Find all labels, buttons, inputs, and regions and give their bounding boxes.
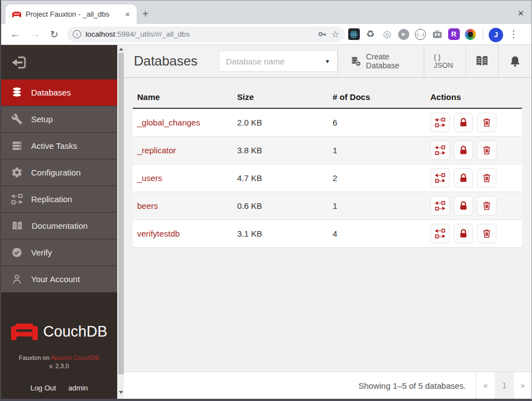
key-icon[interactable] (318, 29, 327, 39)
scroll-up-arrow[interactable] (118, 46, 124, 52)
replicate-database-button[interactable] (430, 224, 450, 243)
sidebar-footer: CouchDB Fauxton on Apache CouchDB v. 2.3… (1, 293, 117, 399)
replicate-database-button[interactable] (430, 168, 450, 188)
person-icon (11, 273, 23, 285)
set-permissions-button[interactable] (454, 168, 473, 188)
delete-database-button[interactable] (477, 168, 496, 188)
book-icon (11, 220, 23, 232)
database-name-input[interactable] (226, 57, 325, 66)
sidebar-item-verify[interactable]: Verify (1, 239, 117, 266)
sidebar-item-your-account[interactable]: Your Account (1, 266, 117, 293)
sidebar-item-databases[interactable]: Databases (1, 79, 117, 106)
database-link[interactable]: _users (137, 173, 162, 183)
book-icon (475, 54, 489, 68)
tab-title: Project Fauxton - _all_dbs (26, 10, 118, 18)
sidebar-item-setup[interactable]: Setup (1, 106, 117, 133)
toolbar-divider (483, 29, 483, 40)
chat-extension-icon[interactable]: ▶ (397, 28, 410, 41)
database-doc-count: 1 (328, 146, 426, 155)
vertical-scrollbar[interactable] (117, 45, 124, 399)
username-link[interactable]: admin (68, 384, 88, 392)
version-label: v. 2.3.0 (49, 363, 69, 369)
couch-icon (11, 323, 38, 341)
database-link[interactable]: _replicator (137, 146, 176, 155)
pagination-prev-button[interactable]: « (476, 372, 495, 399)
set-permissions-button[interactable] (454, 196, 473, 215)
main-header: Databases ▼ Create Database (124, 45, 531, 78)
database-name-combobox[interactable]: ▼ (219, 51, 338, 72)
reload-icon[interactable]: ↻ (46, 28, 63, 41)
sidebar-item-documentation[interactable]: Documentation (1, 213, 117, 239)
wrench-icon (11, 113, 23, 125)
active-tasks-icon (11, 140, 23, 152)
forward-icon[interactable]: → (26, 28, 44, 40)
delete-database-button[interactable] (477, 141, 496, 160)
scroll-down-arrow[interactable] (118, 389, 124, 395)
lock-icon (458, 117, 469, 128)
braces-extension-icon[interactable]: {…} (414, 28, 427, 41)
database-size: 0.6 KB (233, 201, 328, 210)
url-bar[interactable]: i localhost:5984/_utils/#/_all_dbs ☆ (67, 27, 345, 42)
back-icon[interactable]: ← (6, 28, 24, 40)
colorwheel-extension-icon[interactable] (464, 28, 477, 41)
r-extension-icon[interactable]: R (447, 28, 460, 41)
notifications-button[interactable] (498, 45, 531, 77)
replicate-database-button[interactable] (430, 141, 450, 160)
react-devtools-icon[interactable] (347, 28, 360, 41)
browser-tab[interactable]: Project Fauxton - _all_dbs × (6, 4, 137, 24)
scrollbar-thumb[interactable] (118, 53, 124, 374)
recycle-extension-icon[interactable]: ♻ (364, 28, 377, 41)
delete-database-button[interactable] (477, 196, 496, 215)
trash-icon (481, 173, 492, 183)
briefcase-extension-icon[interactable] (430, 28, 444, 41)
databases-icon (11, 87, 23, 98)
trash-icon (481, 228, 492, 239)
database-link[interactable]: beers (137, 201, 158, 210)
window-close-icon[interactable]: × (518, 8, 524, 19)
set-permissions-button[interactable] (454, 113, 473, 132)
couchdb-favicon (12, 11, 21, 18)
profile-avatar[interactable]: J (489, 28, 502, 41)
bookmark-star-icon[interactable]: ☆ (332, 29, 339, 39)
page-title: Databases (134, 53, 198, 69)
table-row: _replicator 3.8 KB 1 (133, 137, 522, 164)
site-info-icon[interactable]: i (73, 30, 81, 38)
column-header-size: Size (233, 86, 328, 108)
set-permissions-button[interactable] (454, 141, 473, 160)
sidebar-item-configuration[interactable]: Configuration (1, 159, 117, 186)
sidebar-item-replication[interactable]: Replication (1, 186, 117, 213)
chevron-down-icon[interactable]: ▼ (325, 58, 330, 64)
delete-database-button[interactable] (477, 113, 496, 132)
table-header-row: Name Size # of Docs Actions (133, 86, 522, 109)
databases-table: Name Size # of Docs Actions _global_chan… (124, 78, 531, 372)
bell-icon (509, 55, 521, 68)
browser-window: Project Fauxton - _all_dbs × + × ← → ↻ i… (0, 0, 532, 401)
database-link[interactable]: verifytestdb (137, 229, 180, 238)
apache-couchdb-link[interactable]: Apache CouchDB (51, 354, 99, 361)
database-doc-count: 2 (328, 173, 426, 183)
lock-icon (458, 173, 469, 183)
set-permissions-button[interactable] (454, 224, 473, 243)
replicate-database-button[interactable] (430, 113, 450, 132)
trash-icon (481, 145, 492, 156)
database-link[interactable]: _global_changes (137, 118, 200, 127)
pagination-next-button[interactable]: » (514, 372, 531, 399)
new-tab-button[interactable]: + (142, 8, 149, 21)
sidebar-item-active-tasks[interactable]: Active Tasks (1, 133, 117, 159)
orbit-extension-icon[interactable]: ◎ (380, 28, 394, 41)
replication-icon (435, 117, 445, 128)
json-button[interactable]: { } JSON (424, 45, 465, 77)
sidebar-collapse-button[interactable] (1, 45, 117, 79)
create-database-button[interactable]: Create Database (338, 45, 424, 77)
column-header-docs: # of Docs (328, 86, 426, 108)
pagination: « 1 » (476, 372, 531, 399)
documentation-button[interactable] (465, 45, 498, 77)
tab-close-icon[interactable]: × (123, 9, 132, 19)
replicate-database-button[interactable] (430, 196, 450, 215)
delete-database-button[interactable] (477, 224, 496, 243)
pagination-page-1[interactable]: 1 (495, 372, 514, 399)
logout-link[interactable]: Log Out (31, 384, 56, 392)
replication-icon (435, 228, 445, 239)
table-footer: Showing 1–5 of 5 databases. « 1 » (124, 372, 531, 399)
browser-menu-icon[interactable]: ⋮ (504, 28, 523, 40)
